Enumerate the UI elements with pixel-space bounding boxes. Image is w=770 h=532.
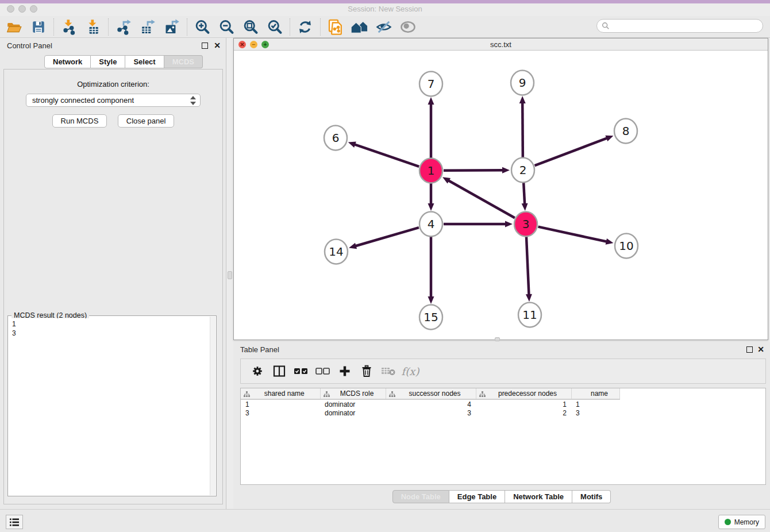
table-cell[interactable]: dominator xyxy=(320,399,386,408)
export-table-button[interactable] xyxy=(136,17,160,37)
column-header-name[interactable]: name xyxy=(571,388,619,399)
gear-icon xyxy=(251,365,264,377)
export-network-button[interactable] xyxy=(111,17,136,37)
tab-edge-table[interactable]: Edge Table xyxy=(449,490,505,503)
zoom-out-button[interactable] xyxy=(214,17,238,37)
graph-edge-3-10[interactable] xyxy=(538,227,607,242)
destroy-table-button[interactable] xyxy=(378,361,399,381)
table-cell[interactable]: 1 xyxy=(476,399,571,408)
table-cell[interactable]: 3 xyxy=(386,408,476,418)
toolbar-separator xyxy=(320,18,321,36)
search-field[interactable] xyxy=(596,19,763,33)
search-input[interactable] xyxy=(613,22,756,30)
export-image-button[interactable] xyxy=(160,17,184,37)
network-window-titlebar[interactable]: ✕ − + scc.txt xyxy=(234,38,768,51)
column-header-successor-nodes[interactable]: successor nodes xyxy=(386,388,476,399)
column-tree-icon xyxy=(324,391,330,397)
function-builder-icon: f(x) xyxy=(402,365,419,377)
node-table-container[interactable]: shared nameMCDS rolesuccessor nodesprede… xyxy=(240,388,766,485)
graph-edge-2-9[interactable] xyxy=(522,102,523,157)
graph-edge-arrowhead xyxy=(522,203,528,211)
refresh-layout-button[interactable] xyxy=(293,17,317,37)
run-mcds-button[interactable]: Run MCDS xyxy=(52,114,107,128)
trash-icon xyxy=(360,364,374,378)
zoom-in-button[interactable] xyxy=(190,17,214,37)
table-panel: Table Panel ✕ xyxy=(233,342,770,509)
close-panel-icon[interactable]: ✕ xyxy=(214,41,221,49)
memory-status-button[interactable]: Memory xyxy=(718,515,765,529)
column-tree-icon xyxy=(479,391,486,397)
column-header-MCDS-role[interactable]: MCDS role xyxy=(320,388,386,399)
function-builder-button[interactable]: f(x) xyxy=(399,361,421,381)
memory-label: Memory xyxy=(734,518,759,526)
column-tree-icon xyxy=(244,391,250,397)
table-cell[interactable]: 3 xyxy=(241,408,320,418)
deselect-all-button[interactable] xyxy=(312,361,334,381)
import-network-button[interactable] xyxy=(57,17,81,37)
network-graph[interactable]: 1234678910111415 xyxy=(234,51,768,340)
float-panel-icon[interactable] xyxy=(202,43,208,49)
graph-node-label: 8 xyxy=(622,124,630,138)
toolbar-separator xyxy=(187,18,187,36)
hide-graphics-details-button[interactable] xyxy=(372,17,396,37)
float-panel-icon[interactable] xyxy=(746,346,753,353)
tab-style[interactable]: Style xyxy=(91,55,125,68)
table-row[interactable]: 1dominator411 xyxy=(241,399,619,408)
titlebar[interactable]: Session: New Session xyxy=(0,3,770,16)
optimization-criterion-dropdown[interactable]: strongly connected component xyxy=(26,94,201,107)
zoom-selected-button[interactable] xyxy=(263,17,287,37)
close-panel-button[interactable]: Close panel xyxy=(118,114,175,128)
graph-edge-3-1[interactable] xyxy=(448,180,515,218)
table-cell[interactable]: 1 xyxy=(571,399,619,408)
import-table-button[interactable] xyxy=(81,17,105,37)
graph-edge-1-6[interactable] xyxy=(354,144,419,167)
column-header-shared-name[interactable]: shared name xyxy=(241,388,320,399)
column-layout-button[interactable] xyxy=(268,361,290,381)
tab-mcds[interactable]: MCDS xyxy=(164,55,203,68)
task-history-button[interactable] xyxy=(6,515,23,529)
mcds-result-groupbox: MCDS result (2 nodes) 1 3 xyxy=(7,315,217,496)
table-row[interactable]: 3dominator323 xyxy=(241,408,619,418)
table-settings-button[interactable] xyxy=(247,361,268,381)
panel-splitter-handle[interactable] xyxy=(228,271,232,279)
view-splitter-handle[interactable] xyxy=(495,337,500,341)
open-folder-button[interactable] xyxy=(2,17,26,37)
graph-edge-4-14[interactable] xyxy=(355,228,419,246)
graph-edge-arrowhead xyxy=(606,238,614,245)
graph-edge-3-11[interactable] xyxy=(526,237,529,295)
graph-node-label: 6 xyxy=(332,131,340,145)
home-layout-icon xyxy=(351,19,369,35)
table-cell[interactable]: 1 xyxy=(241,399,320,408)
table-cell[interactable]: 4 xyxy=(386,399,476,408)
mcds-result-text[interactable]: 1 3 xyxy=(9,318,210,495)
tab-network[interactable]: Network xyxy=(44,55,91,68)
import-network-icon xyxy=(61,19,77,35)
graph-node-label: 7 xyxy=(428,77,435,91)
tab-network-table[interactable]: Network Table xyxy=(505,490,572,503)
table-cell[interactable]: 3 xyxy=(571,408,619,418)
graph-edge-arrowhead xyxy=(428,97,434,105)
select-all-icon xyxy=(294,367,309,376)
column-header-predecessor-nodes[interactable]: predecessor nodes xyxy=(476,388,571,399)
graph-node-label: 15 xyxy=(424,310,438,324)
graph-edge-1-2[interactable] xyxy=(444,170,503,171)
zoom-fit-button[interactable] xyxy=(238,17,263,37)
mcds-result-scrollbar[interactable] xyxy=(210,317,215,495)
delete-column-button[interactable] xyxy=(356,361,378,381)
select-all-button[interactable] xyxy=(290,361,312,381)
table-cell[interactable]: 2 xyxy=(476,408,571,418)
graph-edge-2-3[interactable] xyxy=(523,183,525,205)
add-column-button[interactable] xyxy=(334,361,356,381)
show-graphics-details-button[interactable] xyxy=(396,17,420,37)
tab-node-table[interactable]: Node Table xyxy=(392,490,449,503)
home-layout-button[interactable] xyxy=(348,17,372,37)
tab-motifs[interactable]: Motifs xyxy=(572,490,611,503)
import-table-icon xyxy=(85,19,101,35)
graph-edge-2-8[interactable] xyxy=(535,138,608,165)
table-cell[interactable]: dominator xyxy=(320,408,386,418)
copy-network-button[interactable] xyxy=(324,17,348,37)
close-panel-icon[interactable]: ✕ xyxy=(757,345,764,353)
graph-edge-arrowhead xyxy=(519,96,526,103)
save-session-button[interactable] xyxy=(26,17,51,37)
tab-select[interactable]: Select xyxy=(125,55,164,68)
